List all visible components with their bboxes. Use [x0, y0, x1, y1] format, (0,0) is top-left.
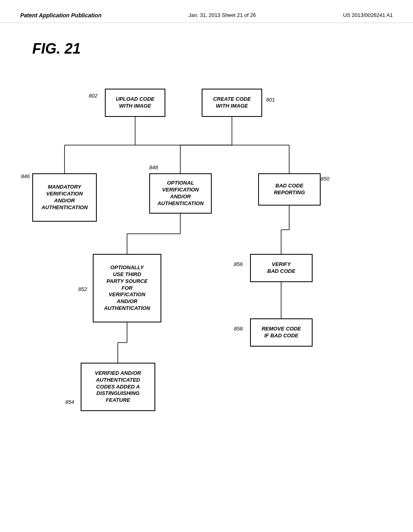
ref-801: 801: [266, 97, 275, 103]
patent-number-label: US 2013/0026241 A1: [343, 12, 393, 18]
verify-bad-code-box: VERIFY BAD CODE: [250, 254, 313, 282]
diagram: UPLOAD CODE WITH IMAGE 802 CREATE CODE W…: [0, 81, 413, 524]
verified-codes-box: VERIFIED AND/OR AUTHENTICATED CODES ADDE…: [81, 363, 155, 411]
ref-858: 858: [234, 326, 243, 332]
ref-802: 802: [89, 93, 98, 99]
figure-label: FIG. 21: [32, 40, 81, 57]
ref-850: 850: [321, 176, 330, 182]
publication-label: Patent Application Publication: [20, 12, 102, 19]
page-header: Patent Application Publication Jan. 31, …: [0, 0, 413, 23]
bad-code-reporting-box: BAD CODE REPORTING: [258, 173, 321, 206]
ref-848: 848: [149, 164, 158, 170]
create-code-box: CREATE CODE WITH IMAGE: [202, 89, 262, 117]
optional-verif-box: OPTIONAL VERIFICATION AND/OR AUTHENTICAT…: [149, 173, 212, 214]
ref-854: 854: [65, 399, 74, 405]
ref-846: 846: [21, 173, 30, 179]
ref-856: 856: [234, 261, 243, 267]
upload-code-box: UPLOAD CODE WITH IMAGE: [105, 89, 165, 117]
remove-code-box: REMOVE CODE IF BAD CODE: [250, 318, 313, 347]
mandatory-verif-box: MANDATORY VERIFICATION AND/OR AUTHENTICA…: [32, 173, 97, 222]
date-sheet-label: Jan. 31, 2013 Sheet 21 of 26: [189, 12, 256, 18]
optionally-use-box: OPTIONALLY USE THIRD PARTY SOURCE FOR VE…: [93, 254, 161, 322]
ref-852: 852: [78, 286, 87, 292]
connector-lines: [0, 81, 413, 524]
